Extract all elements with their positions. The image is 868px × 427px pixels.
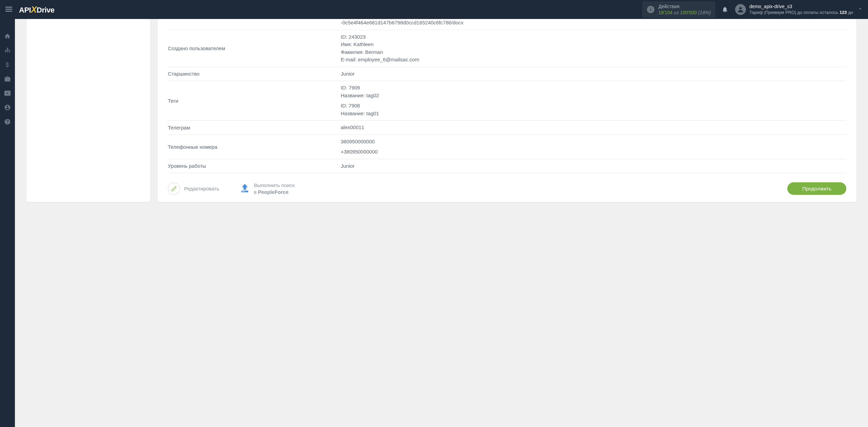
user-name: demo_apix-drive_s3 xyxy=(749,3,853,9)
avatar-icon xyxy=(735,4,746,15)
work-level-label: Уровень работы xyxy=(168,162,341,170)
seniority-label: Старшинство xyxy=(168,70,341,78)
download-icon[interactable] xyxy=(240,183,250,195)
row-telegram: Телеграм alex00011 xyxy=(168,121,846,135)
svg-rect-1 xyxy=(7,48,8,49)
sidebar-home[interactable] xyxy=(0,29,15,43)
left-panel xyxy=(26,19,150,202)
continue-button[interactable]: Продолжить xyxy=(787,182,846,195)
row-phones: Телефонные номера 380950000000 +38095000… xyxy=(168,135,846,159)
sidebar-briefcase[interactable] xyxy=(0,72,15,86)
tags-value: ID: 7909 Название: tag02 ID: 7908 Назван… xyxy=(341,84,379,117)
created-by-label: Создано пользователем xyxy=(168,33,341,64)
sidebar-connections[interactable] xyxy=(0,43,15,58)
work-level-value: Junior xyxy=(341,162,355,170)
actions-total: 100'000 xyxy=(680,10,697,15)
logo-x: X xyxy=(31,4,37,15)
content-area: -0c5e4f464e681d147b6798d0ccd165240c6fc78… xyxy=(15,19,868,427)
created-by-value: ID: 243023 Имя: Kathleen Фамилия: Berman… xyxy=(341,33,419,64)
row-work-level: Уровень работы Junior xyxy=(168,159,846,174)
main-panel: -0c5e4f464e681d147b6798d0ccd165240c6fc78… xyxy=(158,19,856,202)
row-languages: Языки ID: 173485 Код: en Уровень: elemen… xyxy=(168,173,846,176)
chevron-down-icon xyxy=(858,6,863,13)
seniority-value: Junior xyxy=(341,70,355,78)
action-bar: Редактировать Выполнить поиск в PeopleFo… xyxy=(168,176,846,195)
data-table: -0c5e4f464e681d147b6798d0ccd165240c6fc78… xyxy=(168,19,846,176)
hamburger-menu[interactable] xyxy=(5,5,14,14)
info-icon: i xyxy=(647,6,654,13)
row-file: -0c5e4f464e681d147b6798d0ccd165240c6fc78… xyxy=(168,19,846,30)
tags-label: Теги xyxy=(168,84,341,117)
sidebar-billing[interactable] xyxy=(0,58,15,72)
svg-point-6 xyxy=(242,191,243,192)
sidebar-video[interactable] xyxy=(0,86,15,100)
bell-icon[interactable] xyxy=(722,6,728,13)
row-created-by: Создано пользователем ID: 243023 Имя: Ka… xyxy=(168,30,846,67)
logo[interactable]: APIXDrive xyxy=(19,4,55,15)
telegram-label: Телеграм xyxy=(168,124,341,131)
logo-api: API xyxy=(19,6,31,14)
actions-current: 18'104 xyxy=(658,10,673,15)
svg-point-7 xyxy=(243,191,244,192)
actions-widget[interactable]: i Действия: 18'104 из 100'000 (18%) xyxy=(642,1,715,18)
sidebar-profile[interactable] xyxy=(0,100,15,115)
file-value: -0c5e4f464e681d147b6798d0ccd165240c6fc78… xyxy=(341,19,463,27)
row-seniority: Старшинство Junior xyxy=(168,67,846,81)
svg-point-0 xyxy=(739,7,742,9)
top-header: APIXDrive i Действия: 18'104 из 100'000 … xyxy=(0,0,868,19)
svg-rect-3 xyxy=(7,51,8,52)
phones-value: 380950000000 +380950000000 xyxy=(341,138,378,156)
edit-label: Редактировать xyxy=(184,186,219,191)
phones-label: Телефонные номера xyxy=(168,138,341,156)
telegram-value: alex00011 xyxy=(341,124,364,131)
user-tariff: Тариф |Премиум PRO| до оплаты осталось 1… xyxy=(749,10,853,16)
svg-rect-2 xyxy=(5,51,6,52)
actions-label: Действия: xyxy=(658,3,711,9)
search-peopleforce[interactable]: Выполнить поиск в PeopleForce xyxy=(254,182,295,195)
edit-button[interactable] xyxy=(168,183,180,195)
row-tags: Теги ID: 7909 Название: tag02 ID: 7908 Н… xyxy=(168,81,846,121)
sidebar-help[interactable] xyxy=(0,115,15,129)
user-menu[interactable]: demo_apix-drive_s3 Тариф |Премиум PRO| д… xyxy=(735,3,863,15)
left-sidebar xyxy=(0,19,15,427)
svg-rect-4 xyxy=(9,51,10,52)
actions-of: из xyxy=(674,10,678,15)
logo-drive: Drive xyxy=(37,6,55,14)
actions-percent: (18%) xyxy=(698,10,711,15)
